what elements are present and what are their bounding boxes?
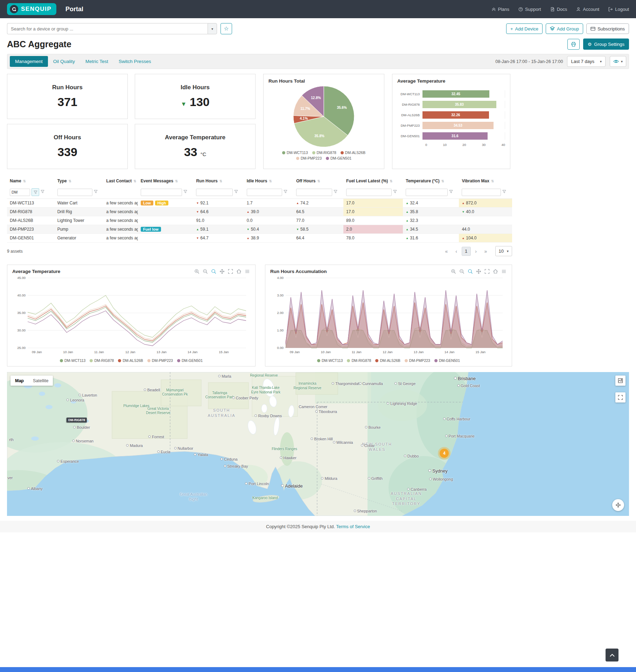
sort-icon[interactable]: ⇅	[219, 179, 222, 183]
tab-switch-presses[interactable]: Switch Presses	[113, 56, 156, 67]
senquip-logo[interactable]: SENQUIP	[7, 3, 56, 15]
bar[interactable]: 34.53	[422, 122, 494, 129]
sort-icon[interactable]: ⇅	[269, 179, 272, 183]
legend-item[interactable]: DM-ALS26B	[375, 358, 400, 363]
filter-input[interactable]	[10, 189, 30, 196]
filter-icon[interactable]	[94, 190, 98, 195]
filter-input[interactable]	[296, 189, 332, 196]
sort-icon[interactable]: ⇅	[390, 179, 392, 183]
bar[interactable]: 32.45	[422, 90, 489, 98]
column-header[interactable]: Vibration Max⇅	[459, 176, 512, 186]
zoom-icon[interactable]	[211, 268, 217, 274]
filter-input[interactable]	[406, 189, 448, 196]
tab-oil-quality[interactable]: Oil Quality	[48, 56, 80, 67]
table-row[interactable]: DM-PMP223Pumpa few seconds agoFuel low▲5…	[7, 225, 512, 234]
column-header[interactable]: Type⇅	[55, 176, 104, 186]
table-row[interactable]: DM-GEN501Generatora few seconds ago▼64.7…	[7, 234, 512, 243]
zoom-icon[interactable]	[467, 268, 473, 274]
subscriptions-button[interactable]: Subscriptions	[586, 23, 629, 34]
zoom-out-icon[interactable]	[459, 268, 465, 274]
column-header[interactable]: Run Hours⇅	[193, 176, 244, 186]
filter-icon[interactable]	[393, 190, 397, 195]
sort-icon[interactable]: ⇅	[23, 179, 26, 183]
bar[interactable]: 32.26	[422, 111, 489, 119]
zoom-in-icon[interactable]	[450, 268, 456, 274]
current-page-button[interactable]: 1	[462, 247, 471, 256]
avg-temperature-bar-chart[interactable]: DM-WCT11332.45DM-RIG87835.83DM-ALS26B32.…	[397, 89, 505, 147]
legend-item[interactable]: DM-WCT113	[282, 150, 308, 155]
pan-icon[interactable]	[476, 268, 482, 274]
legend-item[interactable]: DM-RIG878	[90, 358, 114, 363]
next-page-button[interactable]: ›	[471, 247, 481, 256]
scroll-to-top-button[interactable]	[606, 649, 618, 662]
column-header[interactable]: Idle Hours⇅	[244, 176, 293, 186]
active-filter-icon[interactable]	[32, 188, 39, 196]
device-marker[interactable]: DM-RIG878	[67, 418, 87, 422]
filter-icon[interactable]	[502, 190, 506, 195]
filter-input[interactable]	[57, 189, 92, 196]
page-size-select[interactable]: 10 ▾	[495, 246, 512, 256]
tab-metric-test[interactable]: Metric Test	[80, 56, 113, 67]
table-row[interactable]: DM-RIG878Drill Riga few seconds ago▼64.6…	[7, 208, 512, 216]
satellite-view-button[interactable]: Satellite	[28, 376, 53, 386]
terms-of-service-link[interactable]: Terms of Service	[336, 524, 370, 529]
home-icon[interactable]	[236, 268, 242, 274]
legend-item[interactable]: DM-PMP223	[147, 358, 173, 363]
column-header[interactable]: Fuel Level Latest (%)⇅	[343, 176, 403, 186]
filter-icon[interactable]	[449, 190, 453, 195]
prev-page-button[interactable]: ‹	[452, 247, 461, 256]
visibility-dropdown-button[interactable]: ▾	[610, 56, 626, 67]
range-select[interactable]: Last 7 days ▾	[567, 56, 606, 67]
run-hours-pie-chart[interactable]: 35.6%35.8%4.1%11.7%12.8%	[292, 85, 355, 148]
column-header[interactable]: Last Contact⇅	[104, 176, 138, 186]
nav-logout[interactable]: Logout	[608, 7, 629, 12]
avg-temperature-line-chart[interactable]: 25.0030.0035.0040.0045.0009 Jan10 Jan11 …	[12, 275, 249, 355]
autoscale-icon[interactable]	[228, 268, 233, 274]
menu-icon[interactable]	[244, 268, 250, 274]
device-search-input[interactable]	[7, 23, 208, 34]
legend-item[interactable]: DM-ALS26B	[341, 150, 365, 155]
add-group-button[interactable]: Add Group	[546, 23, 583, 34]
filter-icon[interactable]	[234, 190, 238, 195]
map-view-button[interactable]: Map	[11, 376, 28, 386]
cluster-marker[interactable]: 4	[440, 449, 449, 458]
search-dropdown-button[interactable]: ▾	[208, 23, 217, 34]
legend-item[interactable]: DM-WCT113	[60, 358, 85, 363]
filter-icon[interactable]	[41, 190, 44, 195]
column-header[interactable]: Event Messages⇅	[138, 176, 194, 186]
map-overlay-button[interactable]	[615, 376, 625, 386]
sort-icon[interactable]: ⇅	[491, 179, 494, 183]
nav-plans[interactable]: Plans	[491, 7, 510, 12]
filter-input[interactable]	[462, 189, 501, 196]
sort-icon[interactable]: ⇅	[317, 179, 320, 183]
sort-icon[interactable]: ⇅	[133, 179, 136, 183]
table-row[interactable]: DM-ALS26BLighting Towera few seconds ago…	[7, 216, 512, 225]
filter-icon[interactable]	[284, 190, 287, 195]
zoom-out-icon[interactable]	[202, 268, 208, 274]
column-header[interactable]: Temperature (°C)⇅	[403, 176, 459, 186]
table-row[interactable]: DM-WCT113Water Carta few seconds agoLowH…	[7, 199, 512, 208]
legend-item[interactable]: DM-PMP223	[405, 358, 430, 363]
legend-item[interactable]: DM-WCT113	[317, 358, 343, 363]
print-button[interactable]	[567, 39, 580, 50]
filter-input[interactable]	[247, 189, 282, 196]
pan-icon[interactable]	[219, 268, 225, 274]
home-icon[interactable]	[492, 268, 498, 274]
legend-item[interactable]: DM-ALS26B	[118, 358, 143, 363]
column-header[interactable]: Name⇅	[7, 176, 55, 186]
first-page-button[interactable]: «	[442, 247, 451, 256]
group-settings-button[interactable]: ⚙ Group Settings	[583, 38, 629, 50]
legend-item[interactable]: DM-PMP223	[296, 156, 322, 160]
nav-support[interactable]: Support	[518, 7, 541, 12]
last-page-button[interactable]: »	[481, 247, 490, 256]
tab-management[interactable]: Management	[10, 56, 48, 67]
legend-item[interactable]: DM-GEN501	[326, 156, 351, 160]
sort-icon[interactable]: ⇅	[441, 179, 444, 183]
sort-icon[interactable]: ⇅	[175, 179, 178, 183]
column-header[interactable]: Off Hours⇅	[293, 176, 343, 186]
legend-item[interactable]: DM-RIG878	[347, 358, 371, 363]
nav-docs[interactable]: Docs	[550, 7, 567, 12]
fullscreen-button[interactable]	[615, 392, 625, 402]
zoom-in-icon[interactable]	[194, 268, 200, 274]
filter-input[interactable]	[141, 189, 182, 196]
